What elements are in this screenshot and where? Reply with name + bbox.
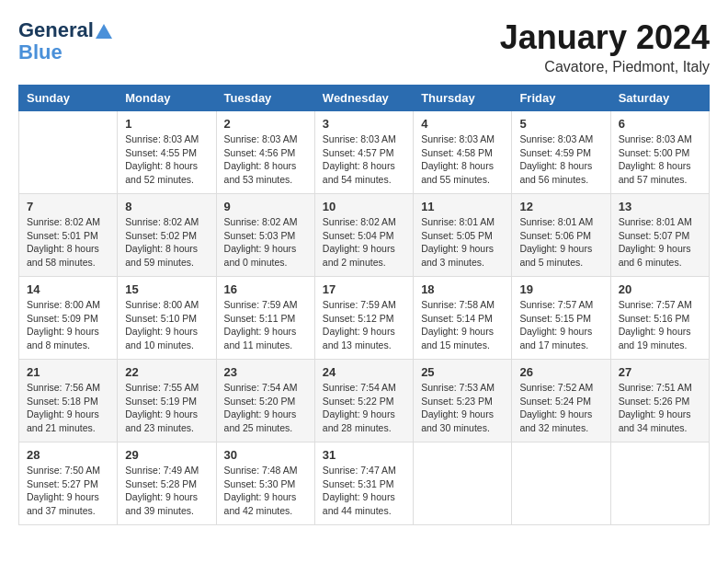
logo-triangle-icon: [96, 24, 112, 39]
day-detail: Sunrise: 7:50 AMSunset: 5:27 PMDaylight:…: [27, 464, 109, 518]
table-cell: 12Sunrise: 8:01 AMSunset: 5:06 PMDayligh…: [512, 194, 610, 277]
week-row-4: 21Sunrise: 7:56 AMSunset: 5:18 PMDayligh…: [19, 360, 710, 442]
table-cell: [512, 442, 610, 525]
header-row: SundayMondayTuesdayWednesdayThursdayFrid…: [19, 86, 710, 111]
day-number: 9: [224, 200, 307, 213]
day-number: 25: [421, 365, 504, 379]
table-cell: 18Sunrise: 7:58 AMSunset: 5:14 PMDayligh…: [414, 277, 512, 360]
table-cell: 26Sunrise: 7:52 AMSunset: 5:24 PMDayligh…: [512, 360, 610, 442]
day-detail: Sunrise: 7:53 AMSunset: 5:23 PMDaylight:…: [421, 381, 504, 435]
table-cell: 10Sunrise: 8:02 AMSunset: 5:04 PMDayligh…: [314, 194, 413, 277]
day-detail: Sunrise: 7:56 AMSunset: 5:18 PMDaylight:…: [27, 381, 109, 435]
header-friday: Friday: [512, 86, 610, 111]
table-cell: 7Sunrise: 8:02 AMSunset: 5:01 PMDaylight…: [19, 194, 118, 277]
table-cell: 3Sunrise: 8:03 AMSunset: 4:57 PMDaylight…: [314, 111, 413, 194]
table-cell: 6Sunrise: 8:03 AMSunset: 5:00 PMDaylight…: [610, 111, 709, 194]
day-number: 19: [519, 282, 602, 296]
day-detail: Sunrise: 8:03 AMSunset: 4:56 PMDaylight:…: [224, 132, 307, 187]
day-number: 23: [224, 365, 307, 379]
day-number: 1: [125, 117, 208, 131]
table-cell: 5Sunrise: 8:03 AMSunset: 4:59 PMDaylight…: [512, 111, 610, 194]
header-wednesday: Wednesday: [314, 86, 413, 111]
day-detail: Sunrise: 7:47 AMSunset: 5:31 PMDaylight:…: [323, 464, 405, 518]
day-number: 8: [125, 200, 208, 213]
day-detail: Sunrise: 8:01 AMSunset: 5:07 PMDaylight:…: [619, 215, 701, 270]
logo-blue-text: Blue: [18, 40, 63, 64]
day-number: 26: [519, 365, 602, 379]
day-number: 5: [519, 117, 602, 131]
week-row-5: 28Sunrise: 7:50 AMSunset: 5:27 PMDayligh…: [19, 442, 710, 525]
day-number: 20: [619, 282, 701, 296]
day-detail: Sunrise: 8:01 AMSunset: 5:06 PMDaylight:…: [519, 215, 602, 270]
week-row-3: 14Sunrise: 8:00 AMSunset: 5:09 PMDayligh…: [19, 277, 710, 360]
table-cell: 9Sunrise: 8:02 AMSunset: 5:03 PMDaylight…: [216, 194, 314, 277]
day-detail: Sunrise: 8:02 AMSunset: 5:01 PMDaylight:…: [27, 215, 109, 270]
day-detail: Sunrise: 8:00 AMSunset: 5:09 PMDaylight:…: [27, 298, 109, 352]
day-detail: Sunrise: 8:03 AMSunset: 4:59 PMDaylight:…: [519, 132, 602, 187]
header-sunday: Sunday: [19, 86, 118, 111]
day-number: 22: [125, 365, 208, 379]
day-detail: Sunrise: 8:03 AMSunset: 4:58 PMDaylight:…: [421, 132, 504, 187]
table-cell: 8Sunrise: 8:02 AMSunset: 5:02 PMDaylight…: [118, 194, 216, 277]
day-detail: Sunrise: 7:51 AMSunset: 5:26 PMDaylight:…: [619, 381, 701, 435]
table-cell: 1Sunrise: 8:03 AMSunset: 4:55 PMDaylight…: [118, 111, 216, 194]
table-cell: 13Sunrise: 8:01 AMSunset: 5:07 PMDayligh…: [610, 194, 709, 277]
table-cell: 30Sunrise: 7:48 AMSunset: 5:30 PMDayligh…: [216, 442, 314, 525]
location-title: Cavatore, Piedmont, Italy: [500, 59, 710, 75]
header: General Blue January 2024 Cavatore, Pied…: [18, 18, 710, 75]
day-detail: Sunrise: 7:57 AMSunset: 5:16 PMDaylight:…: [619, 298, 701, 352]
day-detail: Sunrise: 8:02 AMSunset: 5:03 PMDaylight:…: [224, 215, 307, 270]
calendar-table: SundayMondayTuesdayWednesdayThursdayFrid…: [18, 85, 710, 525]
day-detail: Sunrise: 7:49 AMSunset: 5:28 PMDaylight:…: [125, 464, 208, 518]
day-detail: Sunrise: 8:03 AMSunset: 4:55 PMDaylight:…: [125, 132, 208, 187]
day-number: 29: [125, 448, 208, 462]
day-number: 24: [323, 365, 405, 379]
day-number: 3: [323, 117, 405, 131]
table-cell: 28Sunrise: 7:50 AMSunset: 5:27 PMDayligh…: [19, 442, 118, 525]
table-cell: 4Sunrise: 8:03 AMSunset: 4:58 PMDaylight…: [414, 111, 512, 194]
week-row-2: 7Sunrise: 8:02 AMSunset: 5:01 PMDaylight…: [19, 194, 710, 277]
day-detail: Sunrise: 7:54 AMSunset: 5:20 PMDaylight:…: [224, 381, 307, 435]
day-number: 21: [27, 365, 109, 379]
table-cell: 11Sunrise: 8:01 AMSunset: 5:05 PMDayligh…: [414, 194, 512, 277]
day-detail: Sunrise: 7:58 AMSunset: 5:14 PMDaylight:…: [421, 298, 504, 352]
week-row-1: 1Sunrise: 8:03 AMSunset: 4:55 PMDaylight…: [19, 111, 710, 194]
day-detail: Sunrise: 7:55 AMSunset: 5:19 PMDaylight:…: [125, 381, 208, 435]
day-detail: Sunrise: 7:54 AMSunset: 5:22 PMDaylight:…: [323, 381, 405, 435]
table-cell: [19, 111, 118, 194]
table-cell: 16Sunrise: 7:59 AMSunset: 5:11 PMDayligh…: [216, 277, 314, 360]
table-cell: 29Sunrise: 7:49 AMSunset: 5:28 PMDayligh…: [118, 442, 216, 525]
table-cell: 24Sunrise: 7:54 AMSunset: 5:22 PMDayligh…: [314, 360, 413, 442]
day-detail: Sunrise: 7:48 AMSunset: 5:30 PMDaylight:…: [224, 464, 307, 518]
day-detail: Sunrise: 7:59 AMSunset: 5:12 PMDaylight:…: [323, 298, 405, 352]
table-cell: 21Sunrise: 7:56 AMSunset: 5:18 PMDayligh…: [19, 360, 118, 442]
day-detail: Sunrise: 8:03 AMSunset: 5:00 PMDaylight:…: [619, 132, 701, 187]
table-cell: 22Sunrise: 7:55 AMSunset: 5:19 PMDayligh…: [118, 360, 216, 442]
day-detail: Sunrise: 8:02 AMSunset: 5:02 PMDaylight:…: [125, 215, 208, 270]
day-detail: Sunrise: 7:59 AMSunset: 5:11 PMDaylight:…: [224, 298, 307, 352]
day-number: 31: [323, 448, 405, 462]
logo: General Blue: [18, 18, 112, 64]
header-monday: Monday: [118, 86, 216, 111]
day-detail: Sunrise: 8:03 AMSunset: 4:57 PMDaylight:…: [323, 132, 405, 187]
day-detail: Sunrise: 7:57 AMSunset: 5:15 PMDaylight:…: [519, 298, 602, 352]
day-number: 14: [27, 282, 109, 296]
day-number: 7: [27, 200, 109, 213]
day-number: 15: [125, 282, 208, 296]
day-number: 13: [619, 200, 701, 213]
day-detail: Sunrise: 8:02 AMSunset: 5:04 PMDaylight:…: [323, 215, 405, 270]
table-cell: 23Sunrise: 7:54 AMSunset: 5:20 PMDayligh…: [216, 360, 314, 442]
title-section: January 2024 Cavatore, Piedmont, Italy: [500, 18, 710, 75]
header-saturday: Saturday: [610, 86, 709, 111]
table-cell: 20Sunrise: 7:57 AMSunset: 5:16 PMDayligh…: [610, 277, 709, 360]
table-cell: 15Sunrise: 8:00 AMSunset: 5:10 PMDayligh…: [118, 277, 216, 360]
table-cell: 25Sunrise: 7:53 AMSunset: 5:23 PMDayligh…: [414, 360, 512, 442]
day-number: 11: [421, 200, 504, 213]
table-cell: 14Sunrise: 8:00 AMSunset: 5:09 PMDayligh…: [19, 277, 118, 360]
day-number: 17: [323, 282, 405, 296]
day-number: 27: [619, 365, 701, 379]
table-cell: [414, 442, 512, 525]
day-detail: Sunrise: 8:01 AMSunset: 5:05 PMDaylight:…: [421, 215, 504, 270]
svg-marker-0: [96, 24, 112, 39]
table-cell: 17Sunrise: 7:59 AMSunset: 5:12 PMDayligh…: [314, 277, 413, 360]
